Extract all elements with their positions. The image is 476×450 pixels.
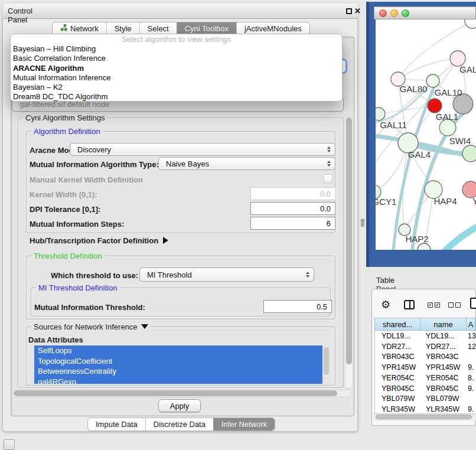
select-all-icon[interactable]: ✓ — [435, 302, 440, 308]
network-node[interactable] — [462, 181, 476, 198]
table-cell: YDR27... — [420, 343, 467, 351]
tab-jactivemnodules[interactable]: jActiveMNodules — [236, 22, 309, 35]
network-node[interactable] — [428, 99, 442, 113]
gear-icon[interactable]: ⚙ — [381, 298, 390, 311]
panel-splitter-handle[interactable] — [361, 219, 364, 227]
table-cell: 8. — [467, 374, 476, 382]
column-header[interactable]: A — [467, 318, 475, 330]
algorithm-option[interactable]: Dream8 DC_TDC Algorithm — [11, 92, 342, 102]
network-edge — [445, 225, 476, 250]
tab-label: Network — [70, 22, 99, 35]
manual-kernel-checkbox[interactable] — [324, 174, 332, 183]
table-cell: YLR345W — [420, 405, 467, 413]
apply-button[interactable]: Apply — [158, 399, 201, 412]
dpi-tolerance-field[interactable]: 0.0 — [250, 202, 335, 215]
algorithm-option[interactable]: Bayesian – Hill Climbing — [11, 44, 342, 54]
tab-label: jActiveMNodules — [244, 22, 302, 35]
which-threshold-combo[interactable]: MI Threshold — [139, 268, 314, 282]
control-panel-title: Control Panel — [8, 6, 32, 24]
column-header[interactable]: shared... — [375, 318, 420, 330]
cyni-bottom-tabbar: Impute Data Discretize Data Infer Networ… — [87, 418, 275, 431]
tab-label: Cyni Toolbox — [185, 22, 229, 35]
settings-vertical-scrollbar-thumb[interactable] — [346, 118, 352, 364]
mi-threshold-value: 0.5 — [317, 302, 327, 311]
network-node-label: GAL11 — [380, 120, 407, 130]
table-cell: YBR043C — [375, 353, 420, 361]
mi-threshold-field[interactable]: 0.5 — [263, 300, 332, 313]
mi-steps-field[interactable]: 6 — [250, 217, 335, 230]
aracne-mode-combo[interactable]: Discovery — [70, 143, 335, 156]
table-row[interactable]: YDL19...YDL19...13 — [375, 331, 476, 341]
algorithm-option-selected[interactable]: ARACNE Algorithm — [11, 64, 342, 73]
column-header[interactable]: name — [420, 318, 467, 330]
attribute-item-selected[interactable]: BetweennessCentrality — [34, 366, 322, 377]
document-icon[interactable] — [470, 298, 476, 309]
table-cell: YBL079W — [375, 394, 420, 403]
network-node[interactable] — [418, 243, 431, 250]
select-all-icon[interactable]: ✓ — [428, 302, 433, 308]
aracne-mode-value: Discovery — [77, 145, 111, 154]
kernel-width-field[interactable]: 0.0 — [250, 187, 335, 200]
network-node[interactable] — [376, 107, 385, 120]
close-traffic-light[interactable] — [379, 9, 387, 17]
deselect-all-icon[interactable] — [448, 302, 454, 308]
network-node-label: GCY1 — [376, 197, 396, 207]
column-layout-icon[interactable] — [404, 300, 415, 309]
close-icon[interactable]: ✕ — [354, 6, 361, 15]
table-row[interactable]: YPR145WYPR145W9. — [375, 362, 476, 373]
group-title: Cyni Algorithm Settings — [23, 113, 107, 122]
attribute-item-selected[interactable]: TopologicalCoefficient — [34, 356, 322, 367]
algorithm-option[interactable]: Bayesian – K2 — [11, 83, 342, 92]
sources-expander[interactable]: Sources for Network Inference — [31, 322, 151, 331]
mi-type-combo[interactable]: Naive Bayes — [158, 157, 335, 170]
algorithm-option[interactable]: Mutual Information Inference — [11, 73, 342, 83]
hub-definition-expander[interactable]: Hub/Transcription Factor Definition — [30, 236, 168, 245]
tab-select[interactable]: Select — [139, 22, 177, 35]
which-threshold-label: Which threshold to use: — [51, 271, 138, 280]
mi-type-value: Naive Bayes — [166, 159, 209, 168]
table-cell: YPR145W — [420, 363, 467, 371]
network-node[interactable] — [462, 145, 476, 162]
attribute-item-selected[interactable]: SelfLoops — [34, 345, 322, 356]
minimize-traffic-light[interactable] — [390, 9, 398, 17]
attributes-scrollbar[interactable] — [324, 347, 329, 375]
collapse-down-icon — [141, 324, 148, 329]
group-title: Threshold Definition — [31, 252, 105, 260]
tab-infer-network[interactable]: Infer Network — [213, 418, 275, 431]
network-icon — [60, 22, 67, 35]
table-horizontal-scrollbar-thumb[interactable] — [376, 415, 472, 419]
data-attributes-list: SelfLoops TopologicalCoefficient Between… — [34, 345, 322, 384]
tab-cyni-toolbox[interactable]: Cyni Toolbox — [177, 22, 236, 35]
hub-definition-label: Hub/Transcription Factor Definition — [30, 236, 158, 245]
tab-style[interactable]: Style — [106, 22, 139, 35]
network-svg: GALGAL80GAL10GAL1GAL11SWI4GAL4GCY1HAP4YH… — [376, 19, 476, 250]
zoom-traffic-light[interactable] — [402, 9, 409, 17]
network-window-titlebar[interactable] — [374, 6, 476, 19]
tab-impute-data[interactable]: Impute Data — [88, 418, 145, 431]
network-node[interactable] — [465, 19, 476, 28]
tab-discretize-data[interactable]: Discretize Data — [145, 418, 213, 431]
tab-network[interactable]: Network — [53, 22, 106, 35]
table-cell: YPR145W — [375, 363, 420, 371]
settings-horizontal-scrollbar-thumb[interactable] — [14, 390, 337, 396]
table-cell: 13 — [467, 332, 476, 340]
deselect-all-icon[interactable] — [455, 302, 461, 308]
table-row[interactable]: YBR045CYBR045C9. — [375, 383, 476, 394]
table-row[interactable]: YBR043CYBR043C — [375, 352, 476, 363]
attribute-item-selected[interactable]: gal4RGexp — [34, 377, 322, 384]
minimized-panel-icon[interactable] — [4, 439, 15, 450]
network-node-label: HAP4 — [433, 196, 457, 206]
control-panel-titlebar[interactable] — [2, 4, 358, 19]
table-row[interactable]: YER054CYER054C8. — [375, 373, 476, 383]
network-canvas[interactable]: GALGAL80GAL10GAL1GAL11SWI4GAL4GCY1HAP4YH… — [376, 19, 476, 250]
mi-type-label: Mutual Information Algorithm Type: — [30, 160, 159, 169]
table-cell: YBL079W — [420, 394, 467, 403]
table-row[interactable]: YDR27...YDR27...12 — [375, 341, 476, 352]
float-window-icon[interactable] — [346, 8, 352, 14]
network-node[interactable] — [439, 119, 456, 136]
table-row[interactable]: YBL079WYBL079W — [375, 394, 476, 405]
which-threshold-value: MI Threshold — [147, 270, 192, 279]
algorithm-option[interactable]: Basic Correlation Inference — [11, 54, 342, 63]
network-node[interactable] — [426, 74, 439, 87]
tab-label: Impute Data — [96, 418, 138, 431]
